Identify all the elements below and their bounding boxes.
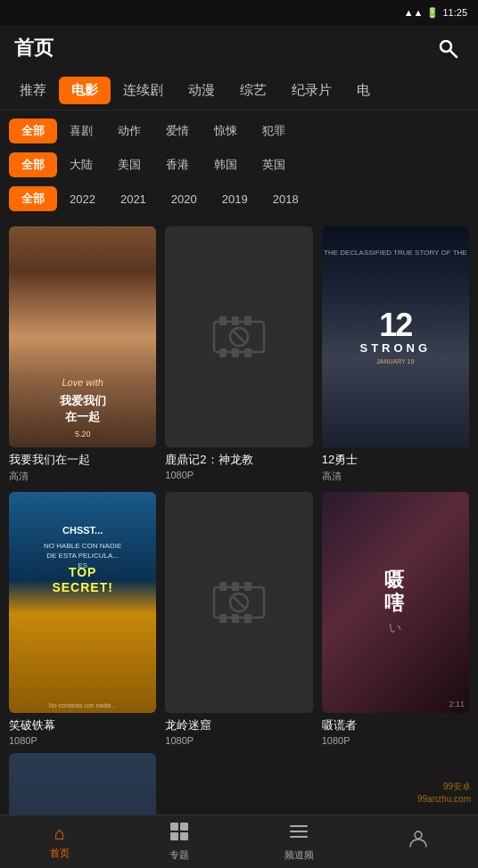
movie-card-6[interactable]: 嗫 嗐 い 2:11 嗫谎者 1080P [322,492,469,746]
genre-thriller[interactable]: 惊悚 [202,119,250,143]
wifi-icon: ▲▲ [404,7,424,18]
movie-quality-2: 1080P [165,470,312,480]
svg-rect-12 [219,582,227,591]
svg-rect-5 [244,316,251,325]
region-uk[interactable]: 英国 [250,152,298,177]
year-2021[interactable]: 2021 [108,188,159,210]
tab-series[interactable]: 连续剧 [111,77,176,104]
header: 首页 [0,25,478,71]
year-2020[interactable]: 2020 [159,188,210,210]
year-all[interactable]: 全部 [9,186,57,211]
movie-poster-3: THE DECLASSIFIED TRUE STORY OF THE 12 ST… [322,226,469,447]
status-bar: ▲▲ 🔋 11:25 [0,0,478,25]
year-2022[interactable]: 2022 [57,188,108,210]
svg-rect-14 [244,582,251,591]
region-all[interactable]: 全部 [9,152,57,177]
svg-rect-24 [290,825,308,827]
svg-rect-25 [290,831,308,832]
svg-rect-3 [219,316,227,325]
year-2019[interactable]: 2019 [210,188,260,210]
film-icon-2 [212,580,266,625]
tab-variety[interactable]: 综艺 [227,77,279,104]
movie-poster-6: 嗫 嗐 い 2:11 [322,492,469,713]
movie-quality-6: 1080P [322,735,469,746]
tab-anime[interactable]: 动漫 [176,77,227,104]
placeholder-2 [165,226,312,447]
svg-rect-7 [232,348,239,357]
chsst-text: CHSST... [62,525,103,536]
genre-action[interactable]: 动作 [105,119,153,143]
movie-title-5: 龙岭迷窟 [165,717,312,733]
search-button[interactable] [432,32,464,64]
svg-point-27 [415,831,422,839]
svg-rect-20 [170,823,178,831]
movie-poster-5 [165,492,312,713]
movie-card-4[interactable]: CHSST... NO HABLE CON NADIEDE ESTA PELIC… [9,492,156,746]
profile-icon [408,829,428,853]
filter-section: 全部 喜剧 动作 爱情 惊悚 犯罪 全部 大陆 美国 香港 韩国 英国 全部 2… [0,111,478,219]
region-hk[interactable]: 香港 [153,152,202,177]
tab-bar: 推荐 电影 连续剧 动漫 综艺 纪录片 电 [0,71,478,111]
channel-icon [289,822,309,846]
movie-card-2[interactable]: 鹿鼎记2：神龙教 1080P [165,226,312,483]
movie-quality-5: 1080P [165,735,312,746]
movie-card-1[interactable]: Love with 我爱我们 在一起 5.20 我要我们在一起 高清 [9,226,156,483]
movie-title-6: 嗫谎者 [322,717,469,733]
movie-title-4: 笑破铁幕 [9,717,156,733]
svg-rect-6 [219,348,227,357]
movie-quality-4: 1080P [9,735,156,746]
svg-rect-17 [244,614,251,623]
tab-recommend[interactable]: 推荐 [7,77,59,104]
nav-home-label: 首页 [50,847,70,860]
svg-line-1 [450,51,457,57]
bottom-nav: ⌂ 首页 专题 频道频 [0,815,478,868]
svg-rect-26 [290,836,308,838]
nav-featured-label: 专题 [169,848,189,862]
nav-profile[interactable] [358,829,478,856]
genre-romance[interactable]: 爱情 [153,119,202,143]
svg-rect-21 [180,823,188,831]
tab-documentary[interactable]: 纪录片 [279,77,344,104]
tab-more[interactable]: 电 [344,77,383,104]
film-icon [212,315,266,359]
region-filter-row: 全部 大陆 美国 香港 韩国 英国 [0,148,478,182]
movie-quality-1: 高清 [9,470,156,483]
svg-rect-16 [232,614,239,623]
svg-rect-15 [219,614,227,623]
region-mainland[interactable]: 大陆 [57,152,105,177]
battery-icon: 🔋 [426,7,439,19]
year-filter-row: 全部 2022 2021 2020 2019 2018 [0,182,478,216]
nav-featured[interactable]: 专题 [120,822,239,862]
movie-poster-4: CHSST... NO HABLE CON NADIEDE ESTA PELIC… [9,492,156,713]
genre-filter-row: 全部 喜剧 动作 爱情 惊悚 犯罪 [0,114,478,148]
movie-card-3[interactable]: THE DECLASSIFIED TRUE STORY OF THE 12 ST… [322,226,469,483]
page-title: 首页 [14,35,54,61]
featured-icon [169,822,189,846]
genre-crime[interactable]: 犯罪 [250,119,298,143]
region-us[interactable]: 美国 [105,152,153,177]
status-icons: ▲▲ 🔋 11:25 [404,7,467,19]
svg-rect-4 [232,316,239,325]
svg-line-10 [234,332,244,342]
movie-card-5[interactable]: 龙岭迷窟 1080P [165,492,312,746]
svg-rect-8 [244,348,251,357]
svg-rect-13 [232,582,239,591]
movie-poster-2 [165,226,312,447]
svg-rect-22 [170,832,178,840]
nav-channel[interactable]: 频道频 [239,822,358,862]
nav-home[interactable]: ⌂ 首页 [0,823,120,860]
movie-grid: Love with 我爱我们 在一起 5.20 我要我们在一起 高清 [0,219,478,753]
region-kr[interactable]: 韩国 [202,152,250,177]
year-2018[interactable]: 2018 [260,188,311,210]
movie-poster-1: Love with 我爱我们 在一起 5.20 [9,226,156,447]
genre-all[interactable]: 全部 [9,119,57,143]
nav-channel-label: 频道频 [284,848,314,862]
genre-comedy[interactable]: 喜剧 [57,119,105,143]
placeholder-5 [165,492,312,713]
tab-movie[interactable]: 电影 [59,77,111,104]
movie-title-1: 我要我们在一起 [9,452,156,468]
svg-rect-23 [180,832,188,840]
top-secret-text: TOP SECRET! [45,565,120,595]
home-icon: ⌂ [54,823,65,844]
movie-quality-3: 高清 [322,470,469,483]
